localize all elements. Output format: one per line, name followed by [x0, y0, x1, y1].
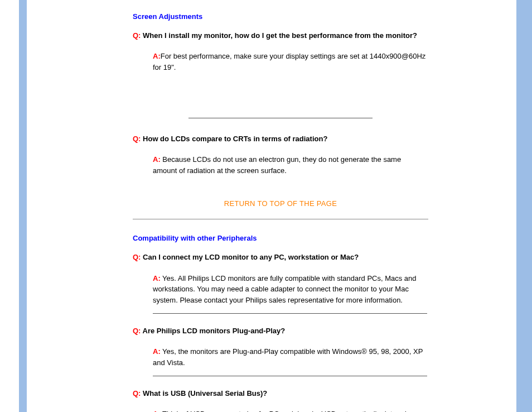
faq-question-1: Q: When I install my monitor, how do I g…: [133, 31, 428, 41]
faq-question-3: Q: Can I connect my LCD monitor to any P…: [133, 252, 428, 262]
return-to-top-wrap: RETURN TO TOP OF THE PAGE: [133, 199, 428, 208]
q-label: Q:: [133, 389, 141, 397]
page-wrapper: Screen Adjustments Q: When I install my …: [0, 0, 532, 412]
a-text: Yes. All Philips LCD monitors are fully …: [153, 274, 417, 304]
faq-answer-2: A: Because LCDs do not use an electron g…: [153, 154, 427, 176]
a-label: A:: [153, 52, 161, 60]
q-text: What is USB (Universal Serial Bus)?: [141, 389, 267, 397]
main-content: Screen Adjustments Q: When I install my …: [133, 12, 428, 412]
left-blue-strip: [19, 0, 27, 412]
faq-answer-3: A: Yes. All Philips LCD monitors are ful…: [153, 273, 427, 314]
right-blue-strip: [516, 0, 532, 412]
faq-answer-4: A: Yes, the monitors are Plug-and-Play c…: [153, 346, 427, 376]
a-text: Think of USB as a smart plug for PC peri…: [153, 410, 427, 412]
faq-question-5: Q: What is USB (Universal Serial Bus)?: [133, 389, 428, 399]
q-text: Are Philips LCD monitors Plug-and-Play?: [141, 327, 285, 335]
section-divider: [133, 219, 428, 219]
divider: [133, 114, 428, 122]
q-text: When I install my monitor, how do I get …: [141, 31, 417, 40]
answer-divider: [153, 313, 427, 314]
a-label: A:: [153, 347, 161, 356]
q-label: Q:: [133, 31, 141, 40]
a-label: A:: [153, 410, 161, 412]
a-label: A:: [153, 155, 161, 164]
q-label: Q:: [133, 327, 141, 335]
faq-answer-5: A: Think of USB as a smart plug for PC p…: [153, 409, 427, 412]
return-to-top-link[interactable]: RETURN TO TOP OF THE PAGE: [224, 199, 337, 208]
q-text: How do LCDs compare to CRTs in terms of …: [141, 135, 327, 143]
a-label: A:: [153, 274, 161, 282]
q-label: Q:: [133, 135, 141, 143]
faq-answer-1: A:For best performance, make sure your d…: [153, 51, 427, 73]
section-title-screen-adjustments: Screen Adjustments: [133, 12, 428, 21]
a-text: Because LCDs do not use an electron gun,…: [153, 155, 401, 175]
a-text: For best performance, make sure your dis…: [153, 52, 425, 71]
answer-divider: [153, 376, 427, 376]
faq-question-4: Q: Are Philips LCD monitors Plug-and-Pla…: [133, 326, 428, 336]
q-text: Can I connect my LCD monitor to any PC, …: [141, 253, 359, 261]
q-label: Q:: [133, 253, 141, 261]
faq-question-2: Q: How do LCDs compare to CRTs in terms …: [133, 134, 428, 144]
a-text: Yes, the monitors are Plug-and-Play comp…: [153, 347, 423, 367]
section-title-compatibility: Compatibility with other Peripherals: [133, 234, 428, 242]
